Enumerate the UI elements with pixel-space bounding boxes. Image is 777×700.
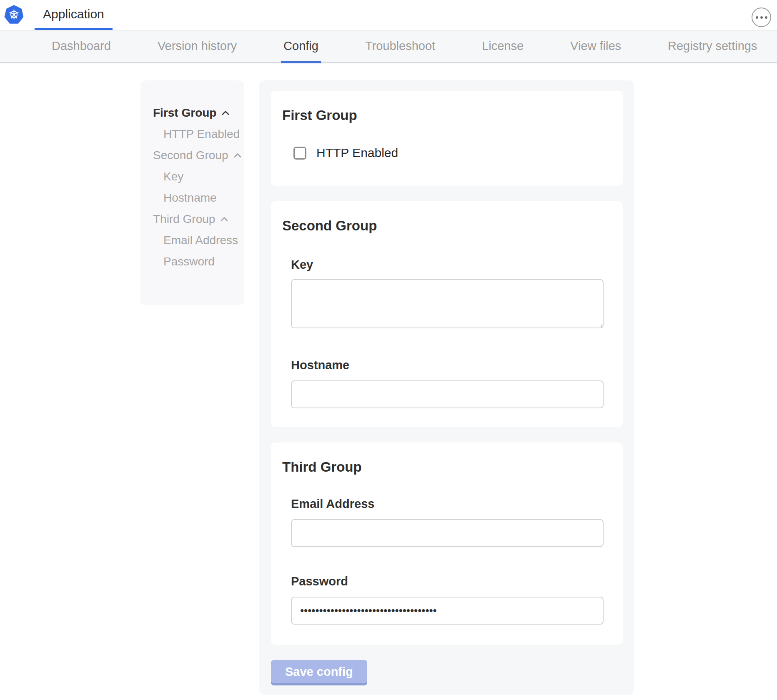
config-group-second: Second Group Key Hostname [271,201,623,427]
config-form-panel: First Group HTTP Enabled Second Group Ke… [259,80,634,695]
config-sidebar: First Group HTTP Enabled Second Group Ke… [140,80,244,305]
sidebar-item-label: HTTP Enabled [163,128,240,140]
http-enabled-field: HTTP Enabled [293,146,610,160]
tab-version-history[interactable]: Version history [155,30,239,63]
http-enabled-label[interactable]: HTTP Enabled [316,146,398,160]
key-label: Key [291,258,604,272]
save-config-button[interactable]: Save config [271,660,367,683]
hostname-input[interactable] [291,380,604,408]
chevron-up-icon [219,214,229,224]
sidebar-item-label: Third Group [153,213,215,225]
password-input[interactable] [291,597,604,625]
chevron-up-icon [221,108,231,118]
tab-troubleshoot[interactable]: Troubleshoot [363,30,438,63]
password-field: Password [291,575,604,625]
sidebar-item-key[interactable]: Key [153,171,240,182]
tab-view-files[interactable]: View files [568,30,624,63]
chevron-up-icon [233,150,243,160]
sidebar-item-first-group[interactable]: First Group [153,107,240,119]
hostname-label: Hostname [291,358,604,372]
sidebar-item-label: Key [163,171,183,182]
sidebar-item-http-enabled[interactable]: HTTP Enabled [153,128,240,140]
http-enabled-checkbox[interactable] [293,147,306,160]
tab-dashboard[interactable]: Dashboard [49,30,113,63]
sidebar-item-label: First Group [153,107,216,119]
sidebar-item-second-group[interactable]: Second Group [153,150,240,161]
app-nav: Dashboard Version history Config Trouble… [0,30,777,63]
tab-registry-settings[interactable]: Registry settings [665,30,759,63]
sidebar-item-label: Password [163,256,215,268]
sidebar-item-label: Second Group [153,150,228,161]
kubernetes-logo [4,5,24,25]
config-group-first: First Group HTTP Enabled [271,91,623,186]
tab-application[interactable]: Application [35,0,113,30]
hostname-field: Hostname [291,358,604,408]
app-header: Application [0,0,777,30]
config-group-third: Third Group Email Address Password [271,442,623,645]
tab-license[interactable]: License [479,30,526,63]
password-label: Password [291,575,604,588]
email-address-label: Email Address [291,497,604,511]
tab-config[interactable]: Config [281,30,321,63]
group-title: First Group [282,108,610,123]
page: Application Dashboard Version history Co… [0,0,777,700]
sidebar-item-third-group[interactable]: Third Group [153,213,240,225]
sidebar-item-label: Email Address [163,235,238,246]
sidebar-item-password[interactable]: Password [153,256,240,268]
key-textarea[interactable] [291,279,604,328]
email-address-field: Email Address [291,497,604,547]
sidebar-item-label: Hostname [163,192,217,204]
ellipsis-icon[interactable] [752,8,771,27]
sidebar-item-email-address[interactable]: Email Address [153,235,240,246]
group-title: Second Group [282,218,610,234]
sidebar-item-hostname[interactable]: Hostname [153,192,240,204]
key-field: Key [291,258,604,328]
group-title: Third Group [282,459,610,475]
email-address-input[interactable] [291,519,604,547]
